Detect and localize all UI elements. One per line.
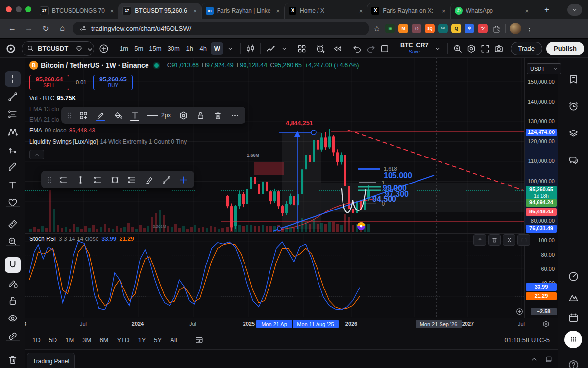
- watchlist-icon[interactable]: [565, 71, 581, 87]
- ext-green-grid-icon[interactable]: ▣: [385, 24, 395, 33]
- timeframe-1m[interactable]: 1m: [117, 42, 131, 55]
- channel-tool[interactable]: [89, 172, 106, 187]
- axis-settings-icon[interactable]: [542, 320, 550, 328]
- bookmark-icon[interactable]: ☆: [373, 24, 380, 33]
- extensions-icon[interactable]: [492, 24, 501, 33]
- home-button[interactable]: ⌂: [56, 24, 69, 33]
- reload-button[interactable]: ↻: [39, 24, 52, 33]
- range-ytd[interactable]: YTD: [117, 336, 129, 343]
- redo-button[interactable]: [364, 42, 378, 55]
- close-window-button[interactable]: [6, 6, 12, 12]
- range-all[interactable]: All: [170, 336, 177, 343]
- tab-close-icon[interactable]: ×: [359, 7, 363, 15]
- tab-close-icon[interactable]: ×: [442, 7, 446, 15]
- currency-selector[interactable]: USDT: [527, 63, 561, 74]
- save-button[interactable]: Save: [409, 50, 420, 54]
- stoch-rsi-legend[interactable]: Stoch RSI 3 3 14 14 close 33.99 21.29: [29, 236, 134, 242]
- layout-name[interactable]: BTC_CR7 Save: [398, 42, 431, 54]
- indicators-button[interactable]: [264, 42, 277, 55]
- emoji-tool-icon[interactable]: [5, 195, 21, 210]
- tab-search-button[interactable]: [567, 4, 582, 16]
- drag-handle-button[interactable]: [44, 172, 54, 187]
- timeframe-1h[interactable]: 1h: [183, 42, 196, 55]
- sync-drawings-icon[interactable]: [5, 328, 21, 344]
- trend-line-tool-icon[interactable]: [5, 89, 21, 105]
- alert-button[interactable]: [314, 42, 327, 55]
- ext-metamask-icon[interactable]: M: [398, 24, 408, 33]
- color-pencil-button[interactable]: [92, 108, 109, 123]
- ext-snowflake-icon[interactable]: ❄: [465, 24, 474, 33]
- economic-calendar-icon[interactable]: [565, 310, 581, 325]
- brush-tool-icon[interactable]: [5, 159, 21, 175]
- ext-sq-icon[interactable]: SQ: [425, 24, 435, 33]
- rect-tool[interactable]: [106, 172, 123, 187]
- browser-tab[interactable]: 17BTCUSDLONGS 70×: [35, 3, 118, 19]
- apps-grid-icon[interactable]: [564, 331, 582, 348]
- add-indicator-value-icon[interactable]: [516, 308, 523, 315]
- profile-avatar[interactable]: [510, 23, 521, 34]
- time-axis[interactable]: 023Jul2024Jul202520262027JulMon 21 ApMon…: [25, 318, 558, 330]
- compare-add-button[interactable]: [97, 42, 111, 55]
- tradingview-logo[interactable]: [4, 42, 18, 55]
- sell-button[interactable]: 95,260.64 SELL: [29, 75, 69, 90]
- parallel-tool[interactable]: [123, 172, 140, 187]
- new-tab-button[interactable]: +: [541, 4, 553, 16]
- pane-delete-button[interactable]: [488, 234, 501, 246]
- lock-button[interactable]: [192, 108, 209, 123]
- help-icon[interactable]: [565, 357, 581, 368]
- channel-tool[interactable]: [55, 172, 72, 187]
- browser-tab[interactable]: 17BTCUSDT 95,260.6×: [118, 3, 201, 19]
- drag-handle-button[interactable]: [64, 108, 74, 123]
- zoom-tool-icon[interactable]: [5, 234, 21, 250]
- ext-fox-icon[interactable]: ツ: [478, 24, 488, 33]
- screener-icon[interactable]: [565, 268, 581, 284]
- minimize-window-button[interactable]: [16, 6, 22, 12]
- liquidity-legend[interactable]: Liquidity Swings [LuxAlgo] 14 Wick Extre…: [29, 138, 187, 145]
- chevron-down-icon[interactable]: [86, 46, 92, 51]
- timeframe-4h[interactable]: 4h: [197, 42, 210, 55]
- magnet-mode-icon[interactable]: [5, 257, 21, 273]
- settings-button[interactable]: [175, 108, 192, 123]
- panel-restore-icon[interactable]: [545, 355, 553, 363]
- pane-move-up-button[interactable]: [473, 234, 486, 246]
- site-settings-icon[interactable]: [79, 25, 87, 32]
- object-tree-icon[interactable]: [565, 126, 581, 141]
- replay-button[interactable]: [330, 42, 344, 55]
- volume-legend[interactable]: Vol · BTC 95.75K: [29, 95, 76, 102]
- timeframe-15m[interactable]: 15m: [147, 42, 164, 55]
- timeframe-w[interactable]: W: [211, 42, 223, 55]
- timeframe-more-button[interactable]: [223, 42, 237, 55]
- range-1d[interactable]: 1D: [32, 336, 41, 343]
- browser-tab[interactable]: ✆WhatsApp×: [450, 3, 533, 19]
- zoom-window-button[interactable]: [25, 6, 31, 12]
- publish-button[interactable]: Publish: [546, 42, 584, 55]
- pane-maximize-button[interactable]: [517, 234, 530, 246]
- hide-toolbar-icon[interactable]: [5, 366, 21, 368]
- indicators-more-button[interactable]: [277, 42, 291, 55]
- price-axis[interactable]: USDT 150,000.00140,000.00130,000.00124,4…: [524, 58, 558, 318]
- delete-button[interactable]: [209, 108, 226, 123]
- chats-icon[interactable]: [565, 153, 581, 168]
- timeframe-5m[interactable]: 5m: [132, 42, 146, 55]
- pattern-tools-icon[interactable]: [5, 124, 21, 140]
- snapshot-button[interactable]: [492, 42, 506, 55]
- range-3m[interactable]: 3M: [82, 336, 91, 343]
- tab-close-icon[interactable]: ×: [525, 7, 529, 15]
- sticker-icon[interactable]: [357, 222, 365, 230]
- ema99-legend[interactable]: EMA 99 close 86,448.43: [29, 127, 95, 134]
- hide-drawings-icon[interactable]: [5, 311, 21, 326]
- buy-button[interactable]: 95,260.65 BUY: [93, 75, 133, 90]
- browser-tab[interactable]: XHome / X×: [284, 3, 367, 19]
- timeframe-30m[interactable]: 30m: [165, 42, 182, 55]
- browser-tab[interactable]: inFaris Rayhan | Linke×: [201, 3, 284, 19]
- fill-bucket-button[interactable]: [109, 108, 126, 123]
- symbol-search[interactable]: BTCUSDT: [22, 41, 94, 56]
- more-button[interactable]: [226, 108, 243, 123]
- symbol-title[interactable]: Bitcoin / TetherUS · 1W · Binance: [41, 61, 149, 69]
- text-format-button[interactable]: [126, 108, 143, 123]
- ema21-legend[interactable]: EMA 21 clo: [29, 116, 59, 123]
- layout-button[interactable]: [378, 42, 392, 55]
- projection-tools-icon[interactable]: [5, 142, 21, 158]
- range-1y[interactable]: 1Y: [138, 336, 146, 343]
- supply-zone[interactable]: [254, 162, 284, 175]
